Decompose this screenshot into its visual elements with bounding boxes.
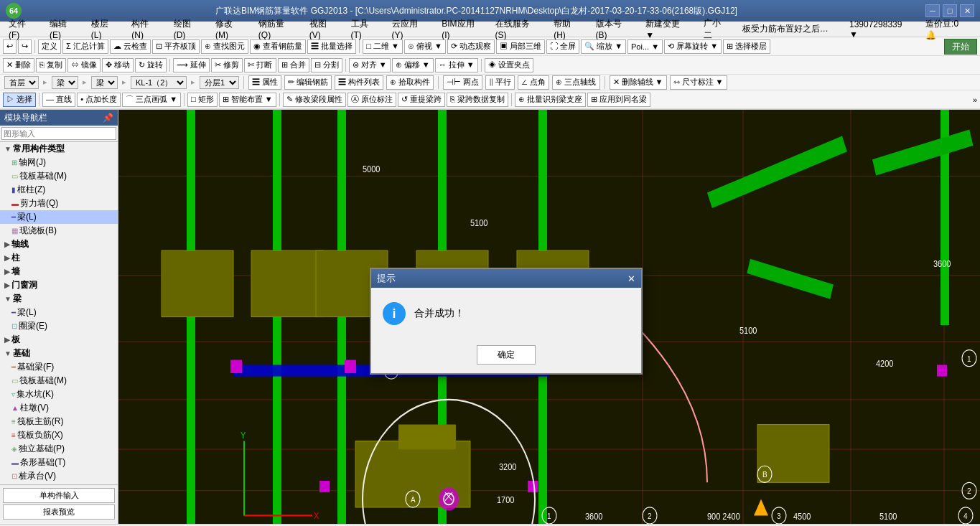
view-rebar-button[interactable]: ◉ 查看钢筋量	[250, 39, 306, 54]
mirror-button[interactable]: ⇔ 镜像	[67, 58, 101, 72]
tb-undo-button[interactable]: ↩	[3, 39, 17, 54]
win-minimize-button[interactable]: ─	[925, 4, 940, 17]
dynamic-obs-button[interactable]: ⟳ 动态观察	[447, 39, 495, 54]
split-button[interactable]: ⊟ 分割	[311, 58, 342, 72]
break-button[interactable]: ✄ 打断	[244, 58, 276, 72]
local-3d-button[interactable]: ▣ 局部三维	[496, 39, 545, 54]
menu-version[interactable]: 版本号(B)	[590, 17, 639, 42]
menu-new-change[interactable]: 新建变更 ▼	[640, 17, 696, 42]
cad-area[interactable]: 5000 5100 5100 4200 3600 3200 1700 3600 …	[118, 110, 980, 524]
smart-layout-button[interactable]: ⊞ 智能布置 ▼	[219, 93, 276, 107]
sidebar-item-common-types[interactable]: ▼ 常用构件类型	[0, 142, 118, 156]
top-view-button[interactable]: ⊙ 俯视 ▼	[404, 39, 446, 54]
element-select[interactable]: 梁	[91, 76, 118, 89]
sidebar-item-cap[interactable]: ▲ 柱墩(V)	[0, 401, 118, 415]
sidebar-item-column[interactable]: ▶ 柱	[0, 251, 118, 265]
fullscreen-button[interactable]: ⛶ 全屏	[546, 39, 579, 54]
menu-online[interactable]: 在线服务(S)	[490, 17, 547, 42]
edit-rebar-button[interactable]: ✏ 编辑钢筋	[284, 75, 332, 90]
menu-component[interactable]: 构件(N)	[126, 17, 166, 42]
win-maximize-button[interactable]: □	[943, 4, 957, 17]
sidebar-item-axis[interactable]: ▶ 轴线	[0, 238, 118, 251]
find-element-button[interactable]: ⊕ 查找图元	[201, 39, 248, 54]
menu-notice[interactable]: 板受力筋布置好之后再…	[737, 22, 842, 37]
define-button[interactable]: 定义	[38, 39, 61, 54]
fix-point-button[interactable]: ◈ 设置夹点	[485, 58, 533, 72]
sidebar-item-strip-foundation[interactable]: ▬ 条形基础(T)	[0, 456, 118, 469]
sidebar-item-frame-column[interactable]: ▮ 框柱(Z)	[0, 183, 118, 197]
sidebar-item-slab-group[interactable]: ▶ 板	[0, 333, 118, 347]
screen-rotate-button[interactable]: ⟲ 屏幕旋转 ▼	[664, 39, 722, 54]
sidebar-search-input[interactable]	[1, 127, 116, 140]
menu-rebar-qty[interactable]: 钢筋量(Q)	[253, 17, 302, 42]
layer-select[interactable]: 分层1	[200, 76, 239, 89]
property-button[interactable]: ☰ 属性	[248, 75, 281, 90]
sidebar-item-beam[interactable]: ━ 梁(L)	[0, 210, 118, 224]
poi-button[interactable]: Poi... ▼	[627, 39, 663, 54]
menu-help[interactable]: 帮助(H)	[548, 17, 588, 42]
rect-button[interactable]: □ 矩形	[187, 93, 218, 107]
sidebar-item-pit[interactable]: ▿ 集水坑(K)	[0, 388, 118, 401]
sidebar-item-beam-group[interactable]: ▼ 梁	[0, 292, 118, 306]
win-close-button[interactable]: ✕	[960, 4, 974, 17]
dialog-close-icon[interactable]: ✕	[627, 273, 635, 284]
menu-view[interactable]: 视图(V)	[304, 17, 344, 42]
pick-element-button[interactable]: ⊕ 拾取构件	[386, 75, 434, 90]
sidebar-item-axis-grid[interactable]: ⊞ 轴网(J)	[0, 156, 118, 169]
line-button[interactable]: — 直线	[42, 93, 75, 107]
sidebar-item-isolated-foundation[interactable]: ◈ 独立基础(P)	[0, 442, 118, 456]
offset-button[interactable]: ⊕ 偏移 ▼	[392, 58, 434, 72]
sidebar-pin-icon[interactable]: 📌	[103, 113, 113, 123]
sidebar-item-ring-beam[interactable]: ⊡ 圈梁(E)	[0, 319, 118, 333]
dimension-button[interactable]: ⇿ 尺寸标注 ▼	[670, 75, 727, 90]
point-angle-button[interactable]: ∠ 点角	[518, 75, 549, 90]
menu-edit[interactable]: 编辑(E)	[44, 17, 84, 42]
menu-phone[interactable]: 13907298339 ▼	[844, 18, 918, 41]
sidebar-item-foundation-beam[interactable]: ━ 基础梁(F)	[0, 360, 118, 374]
rotate-button[interactable]: ↻ 旋转	[135, 58, 167, 72]
sidebar-item-foundation-group[interactable]: ▼ 基础	[0, 347, 118, 360]
modify-segment-button[interactable]: ✎ 修改梁段属性	[283, 93, 346, 107]
calc-button[interactable]: Σ 汇总计算	[62, 39, 108, 54]
type-select[interactable]: 梁	[52, 76, 78, 89]
2d-view-button[interactable]: □ 二维 ▼	[363, 39, 403, 54]
three-arc-button[interactable]: ⌒ 三点画弧 ▼	[122, 93, 181, 107]
report-preview-button[interactable]: 报表预览	[3, 504, 115, 520]
parallel-button[interactable]: ∥ 平行	[485, 75, 515, 90]
trim-button[interactable]: ✂ 修剪	[211, 58, 243, 72]
original-label-button[interactable]: Ⓐ 原位标注	[347, 93, 396, 107]
move-button[interactable]: ✥ 移动	[102, 58, 134, 72]
apply-same-name-button[interactable]: ⊞ 应用到同名梁	[587, 93, 650, 107]
single-input-button[interactable]: 单构件输入	[3, 488, 115, 503]
tb-redo-button[interactable]: ↪	[18, 39, 32, 54]
select-mode-button[interactable]: ▷ 选择	[3, 93, 36, 107]
three-axis-button[interactable]: ⊕ 三点轴线	[552, 75, 599, 90]
copy-button[interactable]: ⎘ 复制	[36, 58, 66, 72]
zoom-button[interactable]: 🔍 缩放 ▼	[581, 39, 626, 54]
sidebar-item-raft[interactable]: ▭ 筏板基础(M)	[0, 374, 118, 388]
batch-select-button[interactable]: ☰ 批量选择	[307, 39, 356, 54]
menu-cloud[interactable]: 云应用(Y)	[386, 17, 435, 42]
delete-button[interactable]: ✕ 删除	[3, 58, 34, 72]
sidebar-item-beam-l[interactable]: ━ 梁(L)	[0, 306, 118, 319]
align-button[interactable]: ⊜ 对齐 ▼	[349, 58, 391, 72]
dialog-title-bar[interactable]: 提示 ✕	[371, 269, 641, 288]
redraw-beam-button[interactable]: ↺ 重提梁跨	[398, 93, 445, 107]
floor-select[interactable]: 首层	[4, 76, 39, 89]
cloud-check-button[interactable]: ☁ 云检查	[110, 39, 151, 54]
sidebar-item-raft-main-rebar[interactable]: ≡ 筏板主筋(R)	[0, 415, 118, 428]
menu-tools[interactable]: 工具(T)	[345, 17, 385, 42]
start-button[interactable]: 开始	[944, 39, 977, 55]
sidebar-item-raft-neg-rebar[interactable]: ≡ 筏板负筋(X)	[0, 428, 118, 442]
merge-button[interactable]: ⊞ 合并	[278, 58, 309, 72]
menu-modify[interactable]: 修改(M)	[210, 17, 251, 42]
menu-bim[interactable]: BIM应用(I)	[436, 17, 487, 42]
sidebar-item-slab[interactable]: ▦ 现浇板(B)	[0, 224, 118, 238]
extend-button[interactable]: ⟿ 延伸	[173, 58, 210, 72]
level-top-button[interactable]: ⊡ 平齐板顶	[152, 39, 200, 54]
menu-file[interactable]: 文件(F)	[3, 17, 42, 42]
sidebar-item-shear-wall[interactable]: ▬ 剪力墙(Q)	[0, 197, 118, 210]
point-len-button[interactable]: • 点加长度	[77, 93, 121, 107]
copy-span-button[interactable]: ⎘ 梁跨数据复制	[447, 93, 508, 107]
sidebar-item-pile-cap[interactable]: ⊡ 桩承台(V)	[0, 469, 118, 483]
